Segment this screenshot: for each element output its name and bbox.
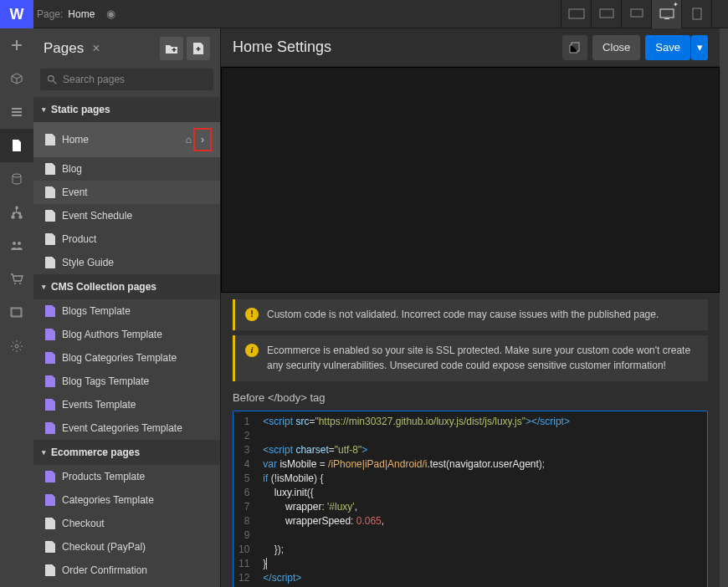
cart-icon[interactable] [0,263,33,296]
save-button[interactable]: Save [645,35,690,60]
page-item[interactable]: Blog Authors Template [33,323,220,346]
svg-point-6 [14,283,16,284]
svg-rect-16 [693,8,701,19]
page-item[interactable]: Home⌂› [33,122,220,157]
device-lg-icon[interactable] [591,0,621,28]
svg-rect-2 [12,115,22,116]
page-icon [45,134,55,145]
svg-rect-0 [12,108,22,110]
page-label: Event [62,186,88,198]
code-content[interactable]: <script src="https://min30327.github.io/… [256,411,707,587]
page-label: Events Template [62,399,136,411]
device-tablet-icon[interactable] [681,0,711,28]
svg-point-3 [13,174,21,177]
template-icon [45,329,55,340]
svg-point-4 [13,242,16,245]
new-folder-button[interactable] [160,37,183,60]
pages-icon[interactable] [0,129,33,162]
template-icon [45,422,55,434]
page-label: Home [62,134,89,145]
new-page-button[interactable] [187,37,210,60]
page-icon [45,186,55,198]
svg-rect-12 [600,9,613,18]
alert-ssl: Ecommerce is enabled so your site is SSL… [233,335,708,381]
device-default-icon[interactable] [651,0,681,28]
svg-point-7 [19,283,21,284]
section-header[interactable]: Ecommerce pages [33,440,220,465]
device-md-icon[interactable] [621,0,651,28]
current-page[interactable]: Home [68,8,95,20]
page-label: Products Template [62,471,145,482]
search-input[interactable] [40,69,213,90]
page-icon [45,541,55,553]
close-panel-icon[interactable]: × [92,41,100,56]
page-icon [45,257,55,268]
copy-icon[interactable] [562,35,587,60]
page-item[interactable]: Products Template [33,465,220,488]
template-icon [45,375,55,387]
page-item[interactable]: Categories Template [33,488,220,512]
device-xl-icon[interactable] [561,0,591,28]
page-label: Order Confirmation [62,564,147,576]
page-icon [45,564,55,576]
section-header[interactable]: CMS Collection pages [33,274,220,299]
device-mobile-icon[interactable] [711,0,728,28]
page-label: Blog Authors Template [62,329,162,340]
page-label: Blog [62,163,82,175]
page-item[interactable]: Product [33,227,220,251]
layers-icon[interactable] [0,95,33,129]
cms-icon[interactable] [0,162,33,196]
svg-rect-11 [569,9,584,18]
template-icon [45,471,55,482]
panel-title: Pages [44,40,84,57]
svg-point-5 [18,242,21,245]
svg-rect-14 [660,9,674,18]
page-icon [45,518,55,529]
add-icon[interactable] [0,28,33,62]
page-item[interactable]: Checkout [33,512,220,535]
users-icon[interactable] [0,229,33,263]
settings-title: Home Settings [233,38,331,56]
search-field[interactable] [63,74,207,85]
page-label: Checkout (PayPal) [62,541,146,553]
page-label: Checkout [62,518,105,529]
code-editor[interactable]: 123456789101112 <script src="https://min… [233,411,708,587]
page-item[interactable]: Event Categories Template [33,416,220,440]
box-icon[interactable] [0,62,33,95]
page-item[interactable]: Style Guide [33,251,220,274]
home-icon: ⌂ [186,134,192,145]
page-item[interactable]: Checkout (PayPal) [33,535,220,559]
search-icon [47,74,58,85]
page-settings-icon[interactable]: › [193,128,212,151]
page-label: Blogs Template [62,305,131,317]
section-header[interactable]: Static pages [33,97,220,122]
svg-point-10 [15,345,18,348]
preview-area [221,67,720,293]
page-item[interactable]: Blog Tags Template [33,370,220,393]
webflow-logo[interactable]: W [0,0,33,28]
page-label: Page: [37,8,63,20]
close-button[interactable]: Close [592,35,640,60]
save-dropdown-icon[interactable]: ▾ [691,35,708,60]
template-icon [45,399,55,411]
tree-icon[interactable] [0,196,33,229]
page-item[interactable]: Blog [33,157,220,181]
page-item[interactable]: Blogs Template [33,299,220,323]
template-icon [45,352,55,364]
right-rail [720,28,728,587]
page-label: Categories Template [62,494,154,506]
assets-icon[interactable] [0,296,33,329]
page-item[interactable]: Events Template [33,393,220,416]
settings-icon[interactable] [0,329,33,363]
svg-rect-13 [631,9,643,17]
page-item[interactable]: Event [33,181,220,204]
page-label: Event Categories Template [62,422,182,434]
svg-rect-1 [12,111,22,113]
page-label: Blog Tags Template [62,375,149,387]
page-item[interactable]: Event Schedule [33,204,220,227]
template-icon [45,305,55,317]
page-item[interactable]: Order Confirmation [33,559,220,582]
page-label: Event Schedule [62,210,132,222]
page-item[interactable]: Blog Categories Template [33,346,220,370]
preview-icon[interactable]: ◉ [106,8,115,20]
